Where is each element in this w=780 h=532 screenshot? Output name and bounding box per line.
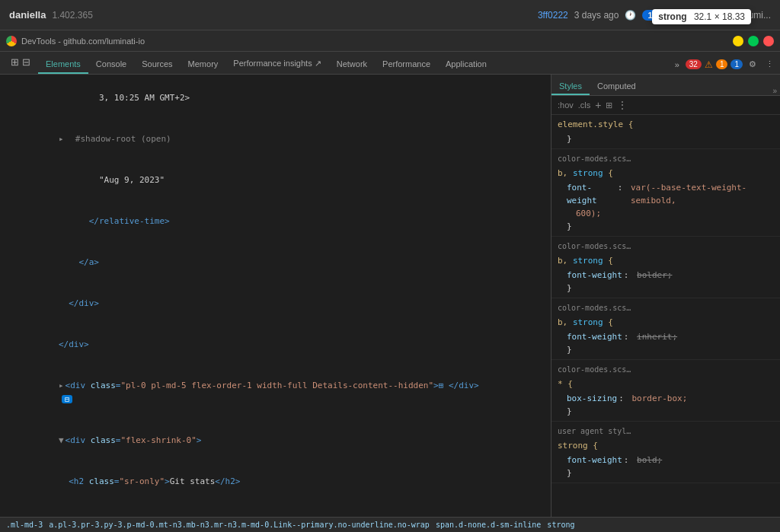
element-tooltip: strong 32.1 × 18.33 (652, 9, 751, 24)
warning-count: 1 (716, 59, 728, 69)
devtools-statusbar: .ml-md-3 a.pl-3.pr-3.py-3.p-md-0.mt-n3.m… (0, 517, 780, 532)
info-count: 1 (730, 59, 743, 69)
breadcrumb-span[interactable]: span.d-none.d-sm-inline (436, 521, 541, 529)
topbar-left: daniella 1.402.365 (9, 9, 529, 21)
cls-filter[interactable]: .cls (578, 100, 591, 110)
warning-icon: ⚠ (705, 59, 713, 70)
style-prop-line: font-weight: inherit; (558, 330, 774, 343)
devtools-main: 3, 10:25 AM GMT+2> ▸ #shadow-root (open)… (0, 75, 780, 517)
tab-performance[interactable]: Performance (375, 56, 438, 74)
html-line: <h2 class="sr-only">Git stats</h2> (0, 461, 551, 502)
style-selector: b, strong { (558, 167, 774, 180)
html-line: ▼<ul class="list-style-none d-flex">flex (0, 502, 551, 517)
style-source: color-modes.scs… (558, 363, 774, 376)
style-selector: element.style { (558, 118, 774, 131)
tab-styles[interactable]: Styles (551, 78, 590, 95)
style-rule-1: color-modes.scs… b, strong { font-weight… (551, 149, 780, 237)
devtools-title: DevTools - github.com/luminati-io (21, 37, 728, 46)
clock-icon: 🕐 (625, 10, 636, 21)
style-rule-4: color-modes.scs… * { box-sizing: border-… (551, 360, 780, 422)
devtools-window: DevTools - github.com/luminati-io — □ ✕ … (0, 30, 780, 532)
style-prop-line: font-weight: bold; (558, 454, 774, 467)
html-line: </relative-time> (0, 201, 551, 242)
style-close-brace: } (558, 343, 774, 356)
styles-panel: Styles Computed » :hov .cls + ⊞ ⋮ elemen… (551, 75, 780, 517)
style-selector: strong { (558, 439, 774, 452)
style-prop-line: box-sizing: border-box; (558, 392, 774, 405)
style-prop-line-cont: 600); (558, 207, 774, 220)
html-line: ▼<div class="flex-shrink-0"> (0, 420, 551, 461)
style-rule-useragent: user agent styl… strong { font-weight: b… (551, 422, 780, 483)
style-prop-line: font-weight: var(--base-text-weight-semi… (558, 181, 774, 207)
style-rule-2: color-modes.scs… b, strong { font-weight… (551, 237, 780, 298)
devtools-titlebar: DevTools - github.com/luminati-io — □ ✕ (0, 30, 780, 52)
breadcrumb-strong[interactable]: strong (547, 521, 574, 529)
style-selector: * { (558, 377, 774, 390)
html-panel[interactable]: 3, 10:25 AM GMT+2> ▸ #shadow-root (open)… (0, 75, 551, 517)
breadcrumb-ml-md-3[interactable]: .ml-md-3 (6, 521, 43, 529)
tab-memory[interactable]: Memory (181, 56, 226, 74)
tooltip-dims: 32.1 × 18.33 (694, 11, 745, 22)
chrome-icon (6, 36, 17, 46)
html-line: "Aug 9, 2023" (0, 160, 551, 201)
style-prop-line: font-weight: bolder; (558, 269, 774, 282)
time-ago: 3 days ago (574, 10, 619, 21)
hover-filter[interactable]: :hov (558, 100, 574, 110)
devtools-tabs: ⊞ ⊟ Elements Console Sources Memory Perf… (0, 52, 780, 75)
more-styles-button[interactable]: » (769, 87, 780, 95)
style-source: color-modes.scs… (558, 240, 774, 253)
settings-button[interactable]: ⚙ (746, 58, 759, 71)
style-close-brace: } (558, 467, 774, 479)
style-close-brace: } (558, 405, 774, 418)
tab-cursor-icons: ⊞ ⊟ (3, 53, 38, 74)
styles-tabs: Styles Computed » (551, 75, 780, 96)
tooltip-tag: strong (658, 11, 686, 22)
style-source: user agent styl… (558, 425, 774, 438)
style-close-brace: } (558, 282, 774, 295)
error-count: 32 (686, 59, 702, 69)
tab-network[interactable]: Network (329, 56, 375, 74)
style-source: color-modes.scs… (558, 152, 774, 165)
html-line: ▸ #shadow-root (open) (0, 119, 551, 160)
html-line: 3, 10:25 AM GMT+2> (0, 78, 551, 119)
minimize-button[interactable]: — (733, 36, 743, 46)
style-selector: b, strong { (558, 254, 774, 267)
repo-version: 1.402.365 (52, 10, 92, 21)
tab-application[interactable]: Application (438, 56, 494, 74)
tab-elements[interactable]: Elements (38, 56, 88, 74)
window-controls: — □ ✕ (733, 36, 774, 46)
html-line: ▸<div class="pl-0 pl-md-5 flex-order-1 w… (0, 365, 551, 420)
html-line: </div> (0, 283, 551, 324)
style-rule-element: element.style { } (551, 115, 780, 149)
devtools-tab-extras: » 32 ⚠ 1 1 ⚙ ⋮ (672, 58, 777, 74)
repo-name: daniella (9, 9, 46, 21)
style-selector: b, strong { (558, 316, 774, 329)
tab-sources[interactable]: Sources (134, 56, 180, 74)
close-button[interactable]: ✕ (763, 36, 774, 46)
more-tabs-button[interactable]: » (672, 59, 682, 71)
style-source: color-modes.scs… (558, 301, 774, 314)
style-close-brace: } (558, 132, 774, 145)
more-filter-button[interactable]: ⋮ (617, 99, 628, 111)
tab-computed[interactable]: Computed (590, 78, 644, 95)
more-options-button[interactable]: ⋮ (762, 58, 777, 71)
maximize-button[interactable]: □ (748, 36, 759, 46)
style-rule-3: color-modes.scs… b, strong { font-weight… (551, 298, 780, 360)
commit-hash[interactable]: 3ff0222 (538, 10, 568, 21)
style-close-brace: } (558, 220, 774, 233)
tab-console[interactable]: Console (88, 56, 134, 74)
html-line: </div> (0, 324, 551, 365)
styles-toolbar: :hov .cls + ⊞ ⋮ (551, 96, 780, 115)
tab-performance-insights[interactable]: Performance insights ↗ (225, 55, 328, 74)
styles-extras: » (769, 87, 780, 95)
inspect-button[interactable]: ⊞ (606, 100, 612, 110)
add-rule-button[interactable]: + (595, 99, 601, 111)
html-line: </a> (0, 242, 551, 283)
styles-content[interactable]: element.style { } color-modes.scs… b, st… (551, 115, 780, 517)
breadcrumb-a[interactable]: a.pl-3.pr-3.py-3.p-md-0.mt-n3.mb-n3.mr-n… (49, 521, 430, 529)
